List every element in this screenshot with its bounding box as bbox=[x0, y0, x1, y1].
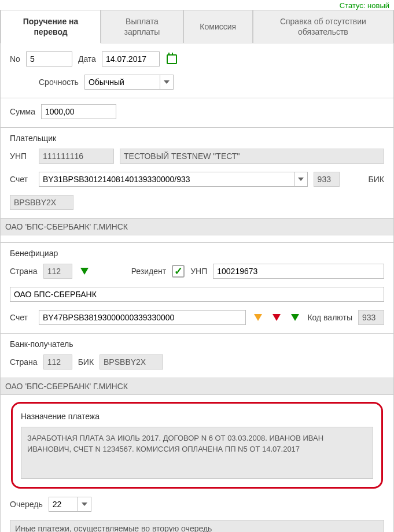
rbank-bic-input bbox=[100, 354, 163, 370]
payer-bic-label: БИК bbox=[369, 175, 384, 184]
ben-unp-label: УНП bbox=[190, 267, 207, 276]
payer-bank-code bbox=[314, 172, 340, 187]
ben-acc-label: Счет bbox=[10, 313, 33, 322]
rbank-bic-label: БИК bbox=[78, 357, 94, 367]
ben-name-input[interactable] bbox=[10, 287, 384, 302]
payer-acc-label: Счет bbox=[10, 175, 33, 184]
urgency-dropdown-button[interactable] bbox=[160, 75, 174, 90]
queue-input[interactable] bbox=[49, 497, 78, 512]
rbank-country-input bbox=[43, 354, 72, 370]
urgency-label: Срочность bbox=[39, 77, 79, 87]
queue-select[interactable] bbox=[49, 497, 91, 512]
date-label: Дата bbox=[78, 54, 96, 64]
payer-section-title: Плательщик bbox=[10, 134, 384, 143]
ben-acc-pick1-button[interactable] bbox=[252, 311, 264, 324]
queue-description: Иные платежи, осуществляемые во вторую о… bbox=[10, 520, 384, 532]
sum-input[interactable] bbox=[41, 104, 116, 119]
tab-certificate[interactable]: Справка об отсутствии обязательств bbox=[253, 10, 393, 43]
arrow-down-icon bbox=[291, 314, 299, 321]
purpose-text: ЗАРАБОТНАЯ ПЛАТА ЗА ИЮЛЬ 2017. ДОГОВОР N… bbox=[21, 427, 373, 479]
ben-country-input bbox=[43, 264, 72, 279]
arrow-down-icon bbox=[273, 314, 281, 321]
calendar-icon[interactable] bbox=[165, 53, 178, 65]
rbank-name: ОАО 'БПС-СБЕРБАНК' Г.МИНСК bbox=[1, 378, 393, 395]
ben-country-pick-button[interactable] bbox=[78, 265, 91, 278]
queue-dropdown-button[interactable] bbox=[78, 497, 91, 512]
ben-curr-label: Код валюты bbox=[307, 313, 352, 322]
payer-unp-label: УНП bbox=[10, 152, 33, 161]
tab-label: Выплата зарплаты bbox=[112, 16, 172, 37]
arrow-down-icon bbox=[80, 268, 89, 275]
ben-resident-checkbox[interactable]: ✓ bbox=[172, 265, 185, 278]
status-label: Статус: новый bbox=[0, 0, 394, 10]
date-input[interactable] bbox=[102, 51, 160, 66]
urgency-value[interactable] bbox=[84, 75, 160, 90]
tab-bar: Поручение на перевод Выплата зарплаты Ко… bbox=[1, 10, 393, 43]
tab-salary-payment[interactable]: Выплата зарплаты bbox=[101, 10, 183, 43]
ben-acc-pick2-button[interactable] bbox=[270, 311, 283, 324]
check-icon: ✓ bbox=[174, 266, 183, 276]
payer-bic-input bbox=[10, 195, 73, 210]
purpose-highlight: Назначение платежа ЗАРАБОТНАЯ ПЛАТА ЗА И… bbox=[11, 402, 383, 489]
sum-label: Сумма bbox=[10, 107, 35, 116]
beneficiary-section-title: Бенефициар bbox=[10, 249, 384, 258]
tab-label: Поручение на перевод bbox=[12, 16, 90, 37]
no-input[interactable] bbox=[26, 51, 72, 66]
payer-name-input bbox=[120, 149, 384, 164]
tab-label: Справка об отсутствии обязательств bbox=[264, 16, 382, 37]
ben-unp-input[interactable] bbox=[213, 264, 384, 279]
tab-commission[interactable]: Комиссия bbox=[183, 10, 253, 43]
urgency-select[interactable] bbox=[84, 75, 174, 90]
ben-country-label: Страна bbox=[10, 267, 38, 276]
purpose-title: Назначение платежа bbox=[21, 412, 373, 421]
arrow-down-icon bbox=[254, 314, 262, 321]
tab-label: Комиссия bbox=[200, 21, 236, 32]
chevron-down-icon bbox=[298, 178, 304, 181]
chevron-down-icon bbox=[164, 80, 170, 84]
rbank-country-label: Страна bbox=[10, 357, 38, 367]
payer-acc-input[interactable] bbox=[39, 172, 294, 187]
ben-curr-input bbox=[358, 310, 384, 325]
chevron-down-icon bbox=[82, 503, 87, 506]
payer-acc-select[interactable] bbox=[39, 172, 308, 187]
payer-bank-name: ОАО 'БПС-СБЕРБАНК' Г.МИНСК bbox=[1, 218, 393, 235]
no-label: No bbox=[10, 54, 20, 64]
queue-label: Очередь bbox=[10, 500, 43, 509]
payer-unp-input bbox=[39, 149, 114, 164]
payer-acc-dropdown-button[interactable] bbox=[294, 172, 308, 187]
ben-resident-label: Резидент bbox=[131, 267, 167, 276]
ben-acc-input[interactable] bbox=[39, 310, 246, 325]
tab-transfer-order[interactable]: Поручение на перевод bbox=[1, 10, 101, 43]
recipient-bank-section-title: Банк-получатель bbox=[10, 339, 384, 349]
ben-acc-pick3-button[interactable] bbox=[289, 311, 301, 324]
